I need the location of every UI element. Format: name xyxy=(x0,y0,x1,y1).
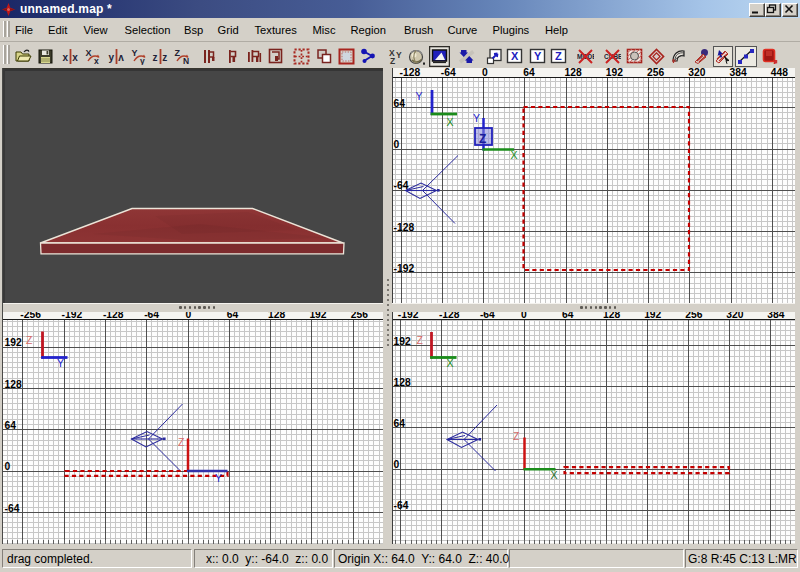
svg-text:0: 0 xyxy=(394,139,400,150)
svg-text:128: 128 xyxy=(565,68,582,78)
svg-text:-128: -128 xyxy=(394,222,415,233)
svg-text:Y: Y xyxy=(131,48,137,58)
svg-text:Y: Y xyxy=(534,50,542,62)
svg-text:Y: Y xyxy=(473,112,480,124)
svg-text:Y: Y xyxy=(215,472,222,484)
svg-text:Z: Z xyxy=(26,334,33,346)
svg-text:-128: -128 xyxy=(400,68,421,78)
svg-text:-192: -192 xyxy=(394,263,415,274)
svg-text:192: 192 xyxy=(606,68,623,78)
svg-text:-64: -64 xyxy=(394,500,409,511)
svg-text:192: 192 xyxy=(5,337,22,348)
svg-text:Z: Z xyxy=(178,436,185,448)
svg-text:128: 128 xyxy=(394,377,411,388)
svg-text:0: 0 xyxy=(482,68,488,78)
svg-text:N: N xyxy=(183,56,189,66)
svg-text:448: 448 xyxy=(771,68,788,78)
svg-text:192: 192 xyxy=(394,336,411,347)
svg-text:-64: -64 xyxy=(441,68,456,78)
svg-text:X: X xyxy=(85,48,91,58)
svg-text:Z: Z xyxy=(390,56,395,66)
svg-text:X: X xyxy=(447,357,454,369)
svg-text:0: 0 xyxy=(394,459,400,470)
svg-text:x: x xyxy=(94,56,99,66)
svg-text:x: x xyxy=(62,52,68,63)
svg-text:64: 64 xyxy=(5,420,17,431)
svg-text:64: 64 xyxy=(394,98,406,109)
svg-text:X: X xyxy=(511,149,518,161)
svg-text:64: 64 xyxy=(394,418,406,429)
svg-text:-64: -64 xyxy=(5,503,20,514)
svg-text:y: y xyxy=(140,56,145,66)
svg-text:256: 256 xyxy=(647,68,664,78)
svg-text:X: X xyxy=(447,116,454,128)
svg-text:Y: Y xyxy=(57,357,64,369)
svg-text:64: 64 xyxy=(523,68,535,78)
svg-text:320: 320 xyxy=(688,68,705,78)
svg-text:Y: Y xyxy=(396,50,402,60)
svg-text:128: 128 xyxy=(5,379,22,390)
svg-text:Z: Z xyxy=(174,48,180,58)
svg-text:X: X xyxy=(551,469,558,481)
svg-text:Z: Z xyxy=(479,132,486,146)
svg-text:0: 0 xyxy=(5,461,11,472)
svg-text:z: z xyxy=(162,52,167,63)
svg-text:Z: Z xyxy=(555,50,562,62)
svg-text:384: 384 xyxy=(730,68,747,78)
svg-text:x: x xyxy=(72,52,78,63)
svg-text:z: z xyxy=(152,52,157,63)
svg-text:▪: ▪ xyxy=(773,60,775,66)
svg-text:Z: Z xyxy=(417,334,424,346)
svg-text:ʌ: ʌ xyxy=(118,52,124,63)
svg-text:X: X xyxy=(511,50,519,62)
svg-text:Y: Y xyxy=(416,90,423,102)
svg-text:Z: Z xyxy=(513,430,520,442)
svg-text:y: y xyxy=(108,52,114,63)
